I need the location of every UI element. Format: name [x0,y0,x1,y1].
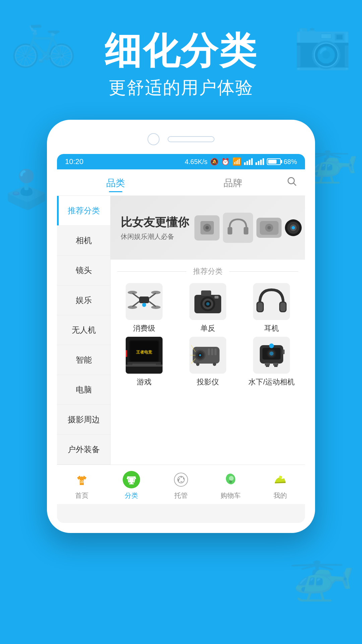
search-button[interactable] [286,176,297,189]
category-grid: 消费级 [111,283,305,390]
banner-text: 比女友更懂你 休闲娱乐潮人必备 [121,215,189,241]
nav-item-managed[interactable]: 托管 [156,470,206,500]
sidebar-item-recommended[interactable]: 推荐分类 [57,196,110,226]
category-label-drone: 消费级 [133,323,155,333]
category-label-projector: 投影仪 [197,377,219,387]
sidebar-item-computer[interactable]: 电脑 [57,375,110,405]
phone-frame: 10:20 4.65K/s 🔕 ⏰ 📶 [47,120,315,533]
svg-point-20 [151,291,161,294]
svg-point-22 [151,306,161,309]
svg-rect-6 [244,227,248,234]
svg-point-55 [213,363,216,366]
tab-category[interactable]: 品类 [57,173,174,192]
banner-subtitle: 休闲娱乐潮人必备 [121,232,189,241]
sidebar-item-camera[interactable]: 相机 [57,226,110,256]
nav-label-managed: 托管 [174,491,188,500]
nav-item-profile[interactable]: 我的 [255,470,305,500]
category-item-headphone[interactable]: 耳机 [241,283,302,333]
home-icon: 10 [72,470,91,489]
svg-rect-36 [280,303,286,311]
hero-title: 细化分类 [0,30,362,71]
sidebar-item-outdoor[interactable]: 户外装备 [57,435,110,465]
profile-icon [271,470,290,489]
svg-point-4 [205,226,209,229]
svg-point-0 [288,177,294,184]
promo-banner[interactable]: 比女友更懂你 休闲娱乐潮人必备 [111,196,305,260]
svg-rect-41 [126,350,127,357]
category-img-actioncam [253,337,290,374]
svg-line-1 [294,183,296,185]
svg-point-54 [196,363,199,366]
svg-rect-51 [208,348,210,355]
sidebar-item-lens[interactable]: 镜头 [57,256,110,285]
nav-item-category[interactable]: 分类 [107,470,156,500]
category-label-actioncam: 水下/运动相机 [248,377,295,387]
svg-rect-66 [266,365,269,367]
category-label-slr: 单反 [200,323,215,333]
svg-rect-67 [274,365,278,367]
svg-rect-52 [211,348,213,355]
category-item-projector[interactable]: 投影仪 [178,337,238,387]
section-title: 推荐分类 [111,260,305,283]
nav-label-home: 首页 [75,491,88,500]
svg-point-23 [142,303,146,307]
nav-label-cart: 购物车 [221,491,241,500]
phone-top-bar [57,130,305,149]
svg-rect-53 [215,348,217,355]
sidebar-item-entertainment[interactable]: 娱乐 [57,285,110,315]
hero-subtitle: 更舒适的用户体验 [0,76,362,100]
banner-title: 比女友更懂你 [121,215,189,230]
category-img-headphone [253,283,290,320]
svg-point-30 [206,302,209,306]
sidebar-item-smart[interactable]: 智能 [57,345,110,375]
svg-point-75 [229,476,234,481]
status-right: 4.65K/s 🔕 ⏰ 📶 [185,157,297,166]
svg-point-72 [174,473,188,486]
category-img-drone [126,283,163,320]
section-title-text: 推荐分类 [193,266,223,276]
banner-products [194,213,305,243]
signal-icon [244,158,253,165]
nav-item-cart[interactable]: 购物车 [206,470,255,500]
svg-text:王者电竞: 王者电竞 [136,350,153,355]
svg-point-12 [292,226,295,229]
cart-icon [221,470,240,489]
wifi-icon: 📶 [232,157,241,166]
svg-point-9 [267,226,271,229]
banner-product-3 [256,218,282,238]
svg-rect-31 [215,296,219,299]
category-label-headphone: 耳机 [264,323,279,333]
banner-product-1 [194,215,220,240]
tab-bar: 品类 品牌 [57,169,305,196]
category-item-gaming[interactable]: 王者电竞 游戏 [114,337,174,387]
svg-rect-35 [257,303,263,311]
category-label-gaming: 游戏 [137,377,152,387]
svg-text:10: 10 [80,480,84,484]
svg-rect-14 [139,297,149,303]
category-img-slr [189,283,226,320]
content-area: 推荐分类 相机 镜头 娱乐 无人机 智能 [57,196,305,465]
托管-icon [172,470,190,489]
battery-percent: 68% [284,158,297,166]
nav-item-home[interactable]: 10 首页 [57,470,107,500]
category-item-drone[interactable]: 消费级 [114,283,174,333]
svg-point-76 [229,480,232,483]
category-img-gaming: 王者电竞 [126,337,163,374]
svg-rect-26 [201,290,211,296]
svg-rect-44 [132,364,156,365]
section-line-left [117,271,186,272]
svg-rect-65 [273,363,278,366]
sidebar-item-photo-accessories[interactable]: 摄影周边 [57,405,110,435]
bottom-navigation: 10 首页 [57,465,305,504]
nav-label-profile: 我的 [274,491,287,500]
phone-screen: 10:20 4.65K/s 🔕 ⏰ 📶 [57,154,305,523]
category-item-slr[interactable]: 单反 [178,283,238,333]
svg-rect-64 [265,363,270,366]
svg-rect-63 [283,350,285,354]
category-item-actioncam[interactable]: 水下/运动相机 [241,337,302,387]
tab-brand[interactable]: 品牌 [174,173,292,192]
sidebar-item-drone[interactable]: 无人机 [57,315,110,345]
nav-label-category: 分类 [125,491,138,500]
phone-mockup: 10:20 4.65K/s 🔕 ⏰ 📶 [0,120,362,533]
svg-point-61 [269,352,274,356]
